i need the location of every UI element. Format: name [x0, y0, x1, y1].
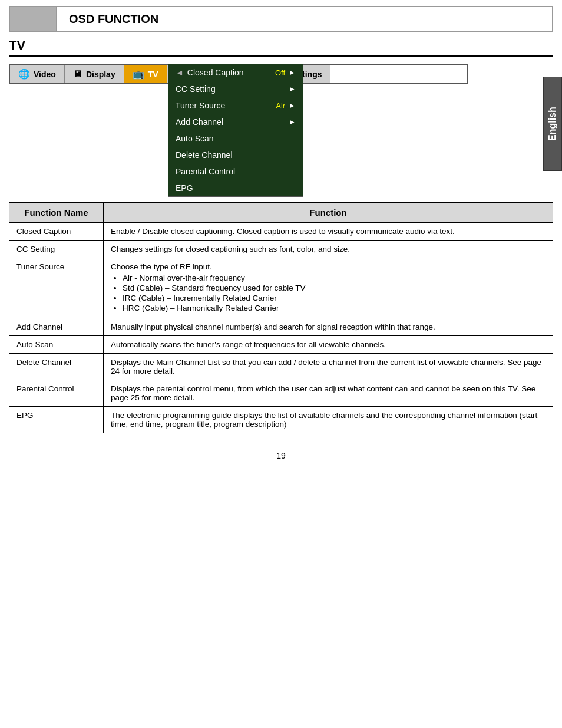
dropdown-label-closed-caption: Closed Caption: [187, 68, 244, 77]
function-name-cell: Parental Control: [9, 380, 104, 407]
dropdown-label-cc-setting: CC Setting: [176, 84, 216, 94]
table-row: Closed CaptionEnable / Disable closed ca…: [9, 223, 553, 241]
dropdown-item-delete-channel[interactable]: Delete Channel: [168, 147, 303, 163]
page-content: TV 🌐 Video 🖥 Display 📺 TV ♪ Audio ⚙: [9, 32, 553, 439]
col-header-function-name: Function Name: [9, 203, 104, 223]
function-desc-cell: Choose the type of RF input.Air - Normal…: [104, 258, 553, 318]
table-row: CC SettingChanges settings for closed ca…: [9, 241, 553, 258]
function-desc-cell: Changes settings for closed captioning s…: [104, 241, 553, 258]
function-name-cell: Delete Channel: [9, 354, 104, 380]
bullet-item: HRC (Cable) – Harmonically Related Carri…: [123, 304, 546, 312]
right-arrow-cc-setting: ►: [289, 85, 296, 93]
function-name-cell: CC Setting: [9, 241, 104, 258]
dropdown-label-tuner-source: Tuner Source: [176, 101, 225, 110]
page-title: OSD FUNCTION: [57, 8, 170, 31]
right-arrow-closed-caption: ►: [289, 68, 296, 77]
tv-icon: 📺: [133, 68, 144, 80]
language-tab: English: [543, 77, 562, 171]
header-gray-block: [10, 7, 57, 31]
dropdown-item-closed-caption[interactable]: ◄ Closed Caption Off ►: [168, 64, 303, 81]
table-row: Add ChannelManually input physical chann…: [9, 318, 553, 336]
dropdown-item-tuner-source[interactable]: Tuner Source Air ►: [168, 97, 303, 114]
function-desc-cell: The electronic programming guide display…: [104, 407, 553, 433]
function-desc-cell: Manually input physical channel number(s…: [104, 318, 553, 336]
dropdown-item-auto-scan[interactable]: Auto Scan: [168, 130, 303, 147]
dropdown-item-add-channel[interactable]: Add Channel ►: [168, 114, 303, 130]
tab-tv[interactable]: 📺 TV: [124, 65, 167, 83]
col-header-function: Function: [104, 203, 553, 223]
table-row: EPGThe electronic programming guide disp…: [9, 407, 553, 433]
tab-display[interactable]: 🖥 Display: [65, 65, 124, 83]
function-name-cell: Auto Scan: [9, 336, 104, 354]
function-desc-cell: Displays the Main Channel List so that y…: [104, 354, 553, 380]
function-desc-cell: Automatically scans the tuner's range of…: [104, 336, 553, 354]
dropdown-label-add-channel: Add Channel: [176, 117, 223, 127]
function-desc-cell: Displays the parental control menu, from…: [104, 380, 553, 407]
tab-display-label: Display: [86, 70, 115, 79]
tuner-source-value: Air: [276, 101, 285, 110]
video-icon: 🌐: [18, 68, 30, 80]
menu-dropdown-container: 🌐 Video 🖥 Display 📺 TV ♪ Audio ⚙ Power ⚙: [9, 64, 468, 190]
dropdown-item-epg[interactable]: EPG: [168, 180, 303, 196]
table-row: Delete ChannelDisplays the Main Channel …: [9, 354, 553, 380]
bullet-item: IRC (Cable) – Incrementally Related Carr…: [123, 294, 546, 302]
right-arrow-add-channel: ►: [289, 118, 296, 126]
right-arrow-tuner-source: ►: [289, 101, 296, 110]
function-table: Function Name Function Closed CaptionEna…: [9, 202, 553, 433]
page-number: 19: [0, 451, 562, 460]
dropdown-label-delete-channel: Delete Channel: [176, 150, 233, 160]
dropdown-item-cc-setting[interactable]: CC Setting ►: [168, 81, 303, 97]
section-title: TV: [9, 38, 553, 57]
table-row: Tuner SourceChoose the type of RF input.…: [9, 258, 553, 318]
tab-video-label: Video: [34, 70, 56, 79]
dropdown-label-parental-control: Parental Control: [176, 167, 235, 176]
dropdown-item-parental-control[interactable]: Parental Control: [168, 163, 303, 180]
table-row: Auto ScanAutomatically scans the tuner's…: [9, 336, 553, 354]
function-name-cell: Tuner Source: [9, 258, 104, 318]
tab-video[interactable]: 🌐 Video: [10, 65, 65, 83]
bullet-item: Air - Normal over-the-air frequency: [123, 274, 546, 282]
closed-caption-value: Off: [275, 68, 285, 77]
tab-tv-label: TV: [148, 70, 158, 79]
header-bar: OSD FUNCTION: [9, 6, 553, 32]
dropdown-label-auto-scan: Auto Scan: [176, 134, 214, 143]
left-arrow-closed-caption: ◄: [176, 68, 184, 77]
table-row: Parental ControlDisplays the parental co…: [9, 380, 553, 407]
tv-dropdown-menu: ◄ Closed Caption Off ► CC Setting ► Tune…: [168, 64, 303, 197]
function-name-cell: EPG: [9, 407, 104, 433]
function-name-cell: Add Channel: [9, 318, 104, 336]
display-icon: 🖥: [73, 69, 82, 80]
bullet-item: Std (Cable) – Standard frequency used fo…: [123, 284, 546, 292]
dropdown-label-epg: EPG: [176, 183, 193, 193]
function-desc-cell: Enable / Disable closed captioning. Clos…: [104, 223, 553, 241]
function-name-cell: Closed Caption: [9, 223, 104, 241]
